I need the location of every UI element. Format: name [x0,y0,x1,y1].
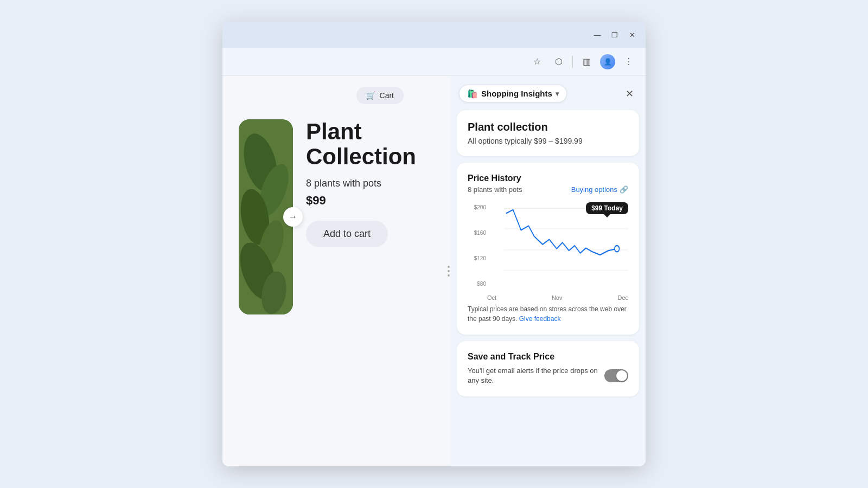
sidebar-icon[interactable]: ▥ [578,54,595,70]
price-history-card: Price History 8 plants with pots Buying … [457,163,639,335]
insights-close-button[interactable]: ✕ [622,86,637,101]
price-history-title: Price History [468,174,628,183]
add-to-cart-button[interactable]: Add to cart [306,221,388,247]
save-track-card: Save and Track Price You'll get email al… [457,341,639,396]
insights-title-row: 🛍️ Shopping Insights ▾ [459,85,567,102]
svg-point-11 [615,246,620,252]
buying-options-link[interactable]: Buying options 🔗 [571,185,628,194]
browser-toolbar: ☆ ⬡ ▥ 👤 ⋮ [222,48,646,76]
insights-panel: 🛍️ Shopping Insights ▾ ✕ Plant collectio… [450,76,646,466]
maximize-button[interactable]: ❐ [610,30,620,40]
extensions-icon[interactable]: ⬡ [551,54,567,70]
avatar[interactable]: 👤 [600,54,615,69]
menu-icon[interactable]: ⋮ [621,54,637,70]
cart-icon: 🛒 [366,91,375,100]
price-track-toggle[interactable] [604,369,628,382]
price-chart: $99 Today $200 $160 $120 $80 [468,202,628,289]
product-card: → Plant Collection 8 plants with pots $9… [239,119,434,314]
browser-window: — ❐ ✕ ☆ ⬡ ▥ 👤 ⋮ 🛒 Cart [222,22,646,466]
product-title: Plant Collection [306,119,434,169]
insights-header: 🛍️ Shopping Insights ▾ ✕ [457,85,639,102]
toggle-knob [616,370,627,381]
give-feedback-link[interactable]: Give feedback [519,315,561,323]
insights-product-name: Plant collection [468,121,628,133]
product-price: $99 [306,194,434,208]
product-info: Plant Collection 8 plants with pots $99 … [306,119,434,247]
price-history-subtitle: 8 plants with pots [468,185,522,194]
chart-x-labels: Oct Nov Dec [468,294,628,301]
bag-icon: 🛍️ [467,88,478,99]
product-subtitle: 8 plants with pots [306,178,434,189]
chart-tooltip: $99 Today [586,202,628,214]
toolbar-separator [572,56,573,68]
chevron-down-icon: ▾ [556,90,559,98]
external-link-icon: 🔗 [620,185,628,194]
feedback-text: Typical prices are based on stores acros… [468,304,628,324]
save-track-title: Save and Track Price [468,352,628,362]
price-history-subtitle-row: 8 plants with pots Buying options 🔗 [468,185,628,194]
buying-options-label: Buying options [571,185,617,194]
titlebar: — ❐ ✕ [222,22,646,48]
page-content: 🛒 Cart [222,76,646,466]
cart-label: Cart [380,91,394,100]
product-name-card: Plant collection All options typically $… [457,110,639,156]
save-track-desc: You'll get email alerts if the price dro… [468,366,598,386]
product-area: 🛒 Cart [222,76,447,466]
cart-button[interactable]: 🛒 Cart [356,87,404,104]
minimize-button[interactable]: — [592,30,602,40]
product-next-button[interactable]: → [283,207,303,227]
insights-title-button[interactable]: 🛍️ Shopping Insights ▾ [459,85,567,102]
price-range-text: All options typically $99 – $199.99 [468,137,628,145]
bookmark-icon[interactable]: ☆ [529,54,545,70]
insights-panel-title: Shopping Insights [481,89,552,98]
save-track-row: You'll get email alerts if the price dro… [468,366,628,386]
close-button[interactable]: ✕ [627,30,637,40]
y-axis-labels: $200 $160 $120 $80 [468,202,486,289]
